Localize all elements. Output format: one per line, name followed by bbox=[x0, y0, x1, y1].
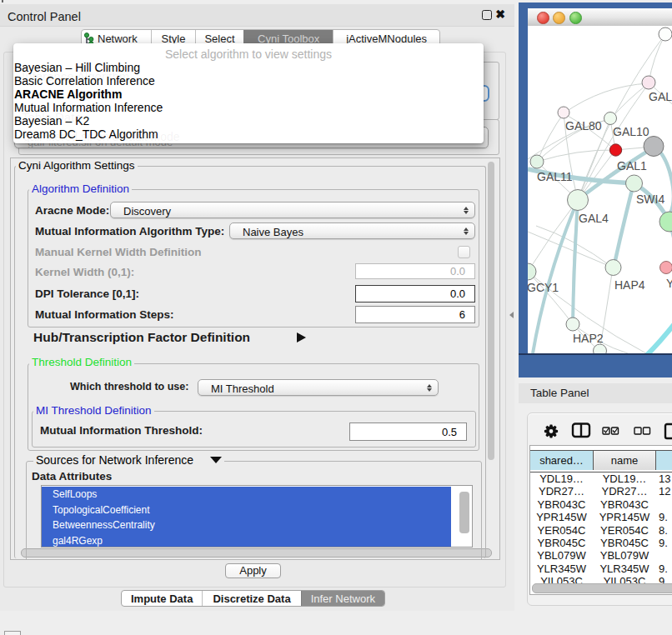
svg-text:GAL1: GAL1 bbox=[617, 159, 647, 172]
svg-text:GAL80: GAL80 bbox=[565, 119, 602, 132]
svg-text:GAL11: GAL11 bbox=[537, 170, 573, 183]
svg-text:SWI4: SWI4 bbox=[636, 192, 664, 206]
svg-text:GAL4: GAL4 bbox=[579, 212, 609, 225]
svg-text:Y: Y bbox=[666, 277, 672, 290]
svg-text:GAL10: GAL10 bbox=[613, 125, 649, 138]
svg-text:HAP4: HAP4 bbox=[614, 278, 645, 292]
svg-text:GCY1: GCY1 bbox=[528, 281, 559, 294]
svg-text:HAP2: HAP2 bbox=[573, 332, 604, 345]
svg-text:GAL7: GAL7 bbox=[649, 90, 672, 103]
